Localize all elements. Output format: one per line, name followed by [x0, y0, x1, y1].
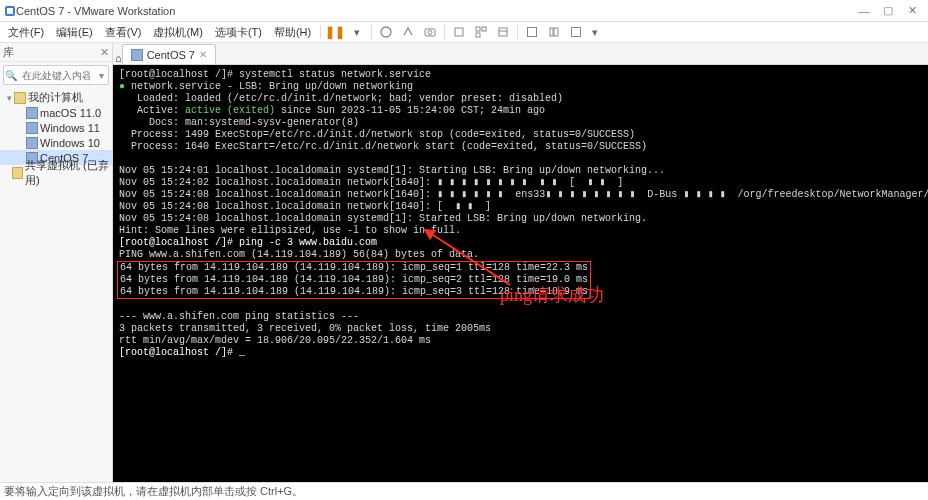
ping-highlight-box: 64 bytes from 14.119.104.189 (14.119.104… [117, 261, 591, 299]
svg-rect-5 [455, 28, 463, 36]
minimize-button[interactable]: — [852, 5, 876, 17]
tree-item[interactable]: 共享虚拟机 (已弃用) [0, 165, 112, 180]
tab-bar: ⌂ CentOS 7 ✕ [113, 43, 928, 65]
tree-item[interactable]: ▾我的计算机 [0, 90, 112, 105]
sidebar-close-icon[interactable]: ✕ [100, 46, 109, 59]
svg-rect-9 [499, 28, 507, 36]
menu-vm[interactable]: 虚拟机(M) [147, 23, 209, 42]
close-button[interactable]: ✕ [900, 4, 924, 17]
svg-rect-1 [7, 8, 13, 14]
tree-item[interactable]: Windows 11 [0, 120, 112, 135]
library-sidebar: 库 ✕ 🔍 ▾ ▾我的计算机macOS 11.0Windows 11Window… [0, 43, 113, 483]
view-dropdown-icon[interactable] [569, 25, 583, 39]
send-cad-icon[interactable] [401, 25, 415, 39]
sidebar-title: 库 [3, 45, 14, 60]
search-input[interactable] [18, 70, 94, 81]
vm-icon [131, 49, 143, 61]
status-bar: 要将输入定向到该虚拟机，请在虚拟机内部单击或按 Ctrl+G。 [0, 482, 928, 500]
search-dropdown-icon[interactable]: ▾ [94, 70, 108, 81]
snapshot-icon[interactable] [423, 25, 437, 39]
svg-rect-12 [550, 28, 553, 36]
tab-label: CentOS 7 [147, 49, 195, 61]
menu-tabs[interactable]: 选项卡(T) [209, 23, 268, 42]
menu-view[interactable]: 查看(V) [99, 23, 148, 42]
home-tab-icon[interactable]: ⌂ [115, 52, 122, 64]
menu-toolbar: 文件(F) 编辑(E) 查看(V) 虚拟机(M) 选项卡(T) 帮助(H) ❚❚… [0, 22, 928, 43]
revert-icon[interactable] [452, 25, 466, 39]
view-dropdown-chevron[interactable]: ▾ [591, 25, 599, 39]
guest-terminal[interactable]: [root@localhost /]# systemctl status net… [113, 65, 928, 483]
status-text: 要将输入定向到该虚拟机，请在虚拟机内部单击或按 Ctrl+G。 [4, 484, 303, 499]
power-icon[interactable] [379, 25, 393, 39]
svg-rect-11 [528, 28, 537, 37]
pause-button[interactable]: ❚❚ [328, 25, 342, 39]
svg-rect-13 [554, 28, 558, 36]
window-titlebar: CentOS 7 - VMware Workstation — ▢ ✕ [0, 0, 928, 22]
tree-item[interactable]: Windows 10 [0, 135, 112, 150]
window-title: CentOS 7 - VMware Workstation [16, 5, 852, 17]
svg-point-2 [381, 27, 391, 37]
vm-tree: ▾我的计算机macOS 11.0Windows 11Windows 10Cent… [0, 88, 112, 182]
maximize-button[interactable]: ▢ [876, 4, 900, 17]
app-icon [4, 5, 16, 17]
svg-rect-8 [476, 33, 480, 37]
menu-help[interactable]: 帮助(H) [268, 23, 317, 42]
power-dropdown[interactable]: ▾ [350, 25, 364, 39]
unity-icon[interactable] [496, 25, 510, 39]
sidebar-header: 库 ✕ [0, 43, 112, 62]
search-icon: 🔍 [4, 70, 18, 81]
thumb-icon[interactable] [547, 25, 561, 39]
fullscreen-icon[interactable] [525, 25, 539, 39]
tree-item[interactable]: macOS 11.0 [0, 105, 112, 120]
svg-rect-6 [476, 27, 480, 31]
svg-rect-7 [482, 27, 486, 31]
tab-close-icon[interactable]: ✕ [199, 49, 207, 60]
svg-point-4 [428, 31, 432, 35]
tab-centos7[interactable]: CentOS 7 ✕ [122, 44, 216, 64]
menu-edit[interactable]: 编辑(E) [50, 23, 99, 42]
sidebar-search[interactable]: 🔍 ▾ [3, 65, 109, 85]
svg-rect-14 [572, 28, 581, 37]
menu-file[interactable]: 文件(F) [2, 23, 50, 42]
manage-icon[interactable] [474, 25, 488, 39]
content-area: ⌂ CentOS 7 ✕ [root@localhost /]# systemc… [113, 43, 928, 483]
